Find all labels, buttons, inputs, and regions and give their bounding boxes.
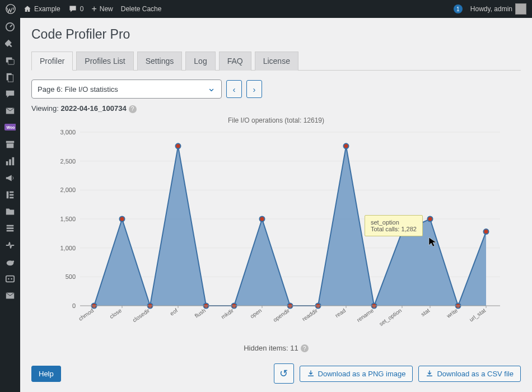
svg-rect-11	[6, 161, 8, 165]
update-badge[interactable]: 1	[454, 4, 463, 13]
chart-title: File I/O operations (total: 12619)	[31, 116, 521, 124]
svg-text:1,000: 1,000	[60, 244, 76, 251]
main-content: Code Profiler Pro Profiler Profiles List…	[20, 18, 532, 392]
svg-point-22	[12, 260, 15, 263]
delete-cache-link[interactable]: Delete Cache	[121, 5, 162, 13]
svg-rect-13	[12, 157, 15, 165]
help-button[interactable]: Help	[31, 366, 61, 382]
svg-text:closedir: closedir	[132, 307, 151, 323]
download-csv-button[interactable]: Download as a CSV file	[418, 366, 521, 382]
site-name[interactable]: Example	[24, 5, 60, 13]
wp-logo-icon[interactable]	[6, 4, 16, 14]
svg-text:Woo: Woo	[6, 125, 15, 129]
svg-rect-10	[7, 143, 14, 148]
tab-faq[interactable]: FAQ	[219, 52, 251, 71]
comments-link[interactable]: 0	[68, 4, 84, 13]
svg-text:open: open	[249, 307, 263, 319]
svg-point-24	[8, 278, 10, 280]
help-icon[interactable]: ?	[301, 344, 309, 352]
download-png-button[interactable]: Download as a PNG image	[300, 366, 413, 382]
svg-rect-15	[10, 192, 13, 193]
new-link[interactable]: +New	[91, 4, 113, 14]
svg-text:opendir: opendir	[272, 307, 291, 323]
reset-icon: ↺	[279, 367, 288, 380]
svg-rect-9	[6, 141, 14, 143]
woo-icon[interactable]: Woo	[4, 122, 16, 133]
svg-rect-19	[7, 227, 14, 229]
svg-text:url_stat: url_stat	[468, 307, 487, 323]
svg-text:read: read	[334, 307, 347, 318]
svg-text:0: 0	[72, 302, 76, 309]
svg-text:write: write	[445, 307, 459, 319]
svg-text:set_option: set_option	[378, 307, 403, 326]
comments-icon[interactable]	[4, 88, 16, 100]
svg-text:chmod: chmod	[77, 307, 95, 321]
svg-text:stat: stat	[420, 307, 431, 317]
layers-icon[interactable]	[4, 223, 16, 234]
tab-settings[interactable]: Settings	[137, 52, 183, 71]
svg-text:readdir: readdir	[301, 307, 319, 322]
svg-point-42	[120, 216, 125, 221]
pin-icon[interactable]	[4, 38, 16, 49]
dashboard-icon[interactable]	[4, 21, 16, 32]
prev-page-button[interactable]: ‹	[226, 80, 242, 98]
svg-text:2,500: 2,500	[60, 157, 76, 164]
svg-rect-14	[7, 192, 9, 199]
svg-rect-20	[7, 230, 14, 232]
account-greeting[interactable]: Howdy, admin	[470, 3, 526, 15]
svg-rect-5	[8, 75, 13, 82]
tab-bar: Profiler Profiles List Settings Log FAQ …	[31, 51, 521, 71]
stats-icon[interactable]	[4, 156, 16, 167]
viewing-label: Viewing: 2022-04-16_100734?	[31, 104, 521, 113]
svg-text:rename: rename	[356, 307, 375, 323]
svg-text:3,000: 3,000	[60, 129, 76, 136]
svg-rect-3	[8, 59, 14, 64]
tab-license[interactable]: License	[255, 52, 298, 71]
download-icon	[307, 370, 315, 377]
svg-rect-12	[9, 159, 11, 165]
folder-icon[interactable]	[4, 206, 16, 217]
svg-rect-23	[6, 276, 14, 282]
chart-container: File I/O operations (total: 12619) 05001…	[31, 116, 521, 339]
svg-text:1,500: 1,500	[60, 216, 76, 222]
svg-point-47	[260, 216, 265, 221]
elementor-icon[interactable]	[4, 189, 16, 200]
page-title: Code Profiler Pro	[31, 27, 521, 42]
svg-text:500: 500	[66, 273, 76, 280]
admin-bar: Example 0 +New Delete Cache 1 Howdy, adm…	[0, 0, 532, 18]
reset-button[interactable]: ↺	[274, 363, 294, 384]
svg-text:close: close	[109, 307, 123, 320]
svg-rect-16	[10, 194, 13, 196]
chart-svg[interactable]: 05001,0001,5002,0002,5003,000chmodclosec…	[46, 127, 506, 339]
tab-log[interactable]: Log	[185, 52, 215, 71]
cursor-icon	[428, 236, 439, 248]
archive-icon[interactable]	[4, 139, 16, 150]
help-icon[interactable]: ?	[129, 105, 137, 113]
pages-icon[interactable]	[4, 72, 16, 83]
page-select[interactable]: Page 6: File I/O statistics	[31, 80, 222, 99]
svg-text:2,000: 2,000	[60, 186, 76, 193]
hidden-items-label: Hidden items: 11?	[31, 344, 521, 353]
svg-point-25	[11, 278, 12, 280]
turtle-icon[interactable]	[4, 256, 16, 268]
media-icon[interactable]	[4, 55, 16, 66]
svg-rect-18	[7, 225, 14, 227]
chart-tooltip: set_option Total calls: 1,282	[365, 215, 423, 236]
tab-profiles-list[interactable]: Profiles List	[76, 52, 133, 71]
svg-text:eof: eof	[169, 307, 179, 316]
megaphone-icon[interactable]	[4, 172, 16, 184]
download-icon	[426, 370, 433, 377]
tab-profiler[interactable]: Profiler	[31, 52, 73, 71]
mail2-icon[interactable]	[4, 290, 16, 301]
controls-icon[interactable]	[4, 273, 16, 284]
svg-point-50	[344, 143, 349, 148]
svg-text:mkdir: mkdir	[220, 307, 235, 320]
svg-point-55	[484, 229, 489, 234]
svg-text:flush: flush	[194, 307, 207, 319]
admin-sidebar: Woo	[0, 18, 20, 392]
mail-icon[interactable]	[4, 105, 16, 116]
next-page-button[interactable]: ›	[246, 80, 262, 98]
speed-icon[interactable]	[4, 240, 16, 251]
svg-rect-17	[10, 197, 13, 199]
avatar-icon	[515, 3, 526, 15]
